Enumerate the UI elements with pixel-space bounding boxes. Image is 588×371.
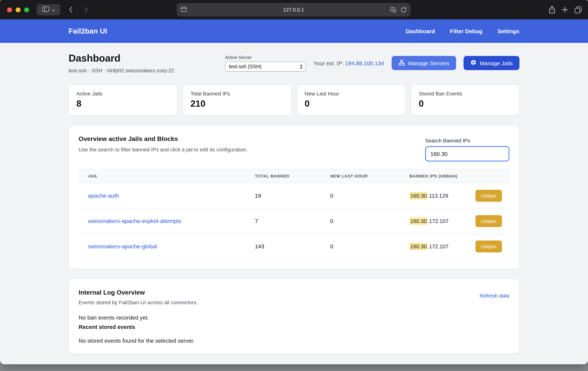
zoom-window-button[interactable] [24,7,29,12]
stat-label: New Last Hour [304,91,398,97]
stat-value: 0 [419,98,512,109]
new-last-hour-value: 0 [321,183,400,208]
banned-ip: 160.30.172.107 [410,217,449,225]
stat-cards: Active Jails 8 Total Banned IPs 210 New … [69,85,519,116]
total-banned-value: 19 [246,183,321,208]
ip-search-match: 160.30 [410,192,428,199]
col-jail: JAIL [79,169,246,183]
nav-settings[interactable]: Settings [497,28,519,34]
overview-card: Overview active Jails and Blocks Use the… [69,125,519,269]
page-icon [181,7,187,13]
page-subtitle: test-ssh · SSH · rlinfp02.swissmakers.co… [69,67,174,74]
external-ip: Your ext. IP:194.88.100.134 [313,60,384,66]
svg-text:A: A [392,8,394,11]
table-row: swissmakers-apache-exploit-attempts 7 0 … [79,208,510,234]
url-text: 127.0.0.1 [177,7,411,12]
stat-label: Stored Ban Events [419,91,512,97]
sidebar-icon [42,6,49,13]
internal-log-card: Internal Log Overview Events stored by F… [69,279,519,354]
total-banned-value: 7 [246,208,321,234]
stat-value: 210 [191,98,284,109]
minimize-window-button[interactable] [16,7,21,12]
recent-stored-events-title: Recent stored events [79,324,509,330]
table-row: swissmakers-apache-global 143 0 160.30.1… [79,234,510,259]
overview-title: Overview active Jails and Blocks [79,135,248,143]
col-banned-ips: BANNED IPS (UNBAN) [400,169,510,183]
banned-ip: 160.30.113.129 [410,192,448,199]
close-window-button[interactable] [7,7,12,12]
forward-button[interactable] [81,4,91,15]
stat-label: Active Jails [76,91,169,97]
active-server-select[interactable]: test-ssh (SSH) [225,61,306,71]
new-last-hour-value: 0 [321,208,400,234]
nav-dashboard[interactable]: Dashboard [406,28,435,34]
stat-card-active-jails: Active Jails 8 [69,85,177,116]
no-ban-events-text: No ban events recorded yet. [79,314,509,321]
stat-label: Total Banned IPs [191,91,284,97]
stat-value: 0 [304,98,398,109]
page-title: Dashboard [69,53,174,64]
table-row: apache-auth 19 0 160.30.113.129 Unban [79,183,510,208]
search-banned-ips-label: Search Banned IPs [425,138,509,143]
browser-toolbar: 127.0.0.1 A [0,0,588,19]
sitemap-icon [398,59,405,67]
manage-jails-button[interactable]: Manage Jails [463,56,519,70]
manage-servers-button[interactable]: Manage Servers [391,56,456,70]
stat-value: 8 [76,98,169,109]
no-stored-events-text: No stored events found for the selected … [79,338,509,344]
window-controls [7,7,29,12]
gear-icon [470,59,476,67]
browser-window: 127.0.0.1 A [0,0,588,364]
sidebar-toggle-button[interactable] [37,4,60,15]
main-content: Dashboard test-ssh · SSH · rlinfp02.swis… [69,43,519,354]
refresh-data-link[interactable]: Refresh data [480,293,509,299]
tabs-overview-button[interactable] [574,6,582,14]
app-header: Fail2ban UI Dashboard Filter Debug Setti… [0,19,588,43]
col-new-last-hour: NEW LAST HOUR [321,169,400,183]
col-total-banned: TOTAL BANNED [246,169,321,183]
back-button[interactable] [66,4,75,15]
log-title: Internal Log Overview [79,289,198,296]
unban-button[interactable]: Unban [475,240,502,252]
unban-button[interactable]: Unban [475,215,502,227]
ip-search-match: 160.30 [410,242,428,250]
translate-icon[interactable]: A [390,7,397,12]
app-nav: Dashboard Filter Debug Settings [406,28,519,34]
jail-link[interactable]: apache-auth [88,192,119,199]
stat-card-total-banned: Total Banned IPs 210 [183,85,291,116]
banned-ip: 160.30.172.107 [410,242,449,250]
new-tab-button[interactable] [562,6,568,13]
ip-search-match: 160.30 [410,217,428,225]
table-header-row: JAIL TOTAL BANNED NEW LAST HOUR BANNED I… [79,169,510,183]
log-subtitle: Events stored by Fail2ban-UI across all … [79,299,198,305]
unban-button[interactable]: Unban [475,190,502,202]
stat-card-stored-events: Stored Ban Events 0 [411,85,520,116]
external-ip-value[interactable]: 194.88.100.134 [345,60,384,66]
app-brand[interactable]: Fail2ban UI [69,27,107,35]
active-server-label: Active Server [225,55,306,60]
total-banned-value: 143 [246,234,321,259]
search-banned-ips-input[interactable] [425,146,509,162]
jails-table: JAIL TOTAL BANNED NEW LAST HOUR BANNED I… [79,169,510,259]
external-ip-label: Your ext. IP: [313,60,344,66]
address-bar[interactable]: 127.0.0.1 A [177,3,411,16]
share-button[interactable] [548,6,556,14]
reload-icon[interactable] [400,7,407,13]
page-header: Dashboard test-ssh · SSH · rlinfp02.swis… [69,53,519,74]
chevron-down-icon [51,6,55,13]
jail-link[interactable]: swissmakers-apache-exploit-attempts [88,218,181,224]
new-last-hour-value: 0 [321,234,400,259]
nav-filter-debug[interactable]: Filter Debug [450,28,483,34]
stat-card-new-last-hour: New Last Hour 0 [297,85,405,116]
jail-link[interactable]: swissmakers-apache-global [88,243,157,250]
overview-subtitle: Use the search to filter banned IPs and … [79,147,248,153]
